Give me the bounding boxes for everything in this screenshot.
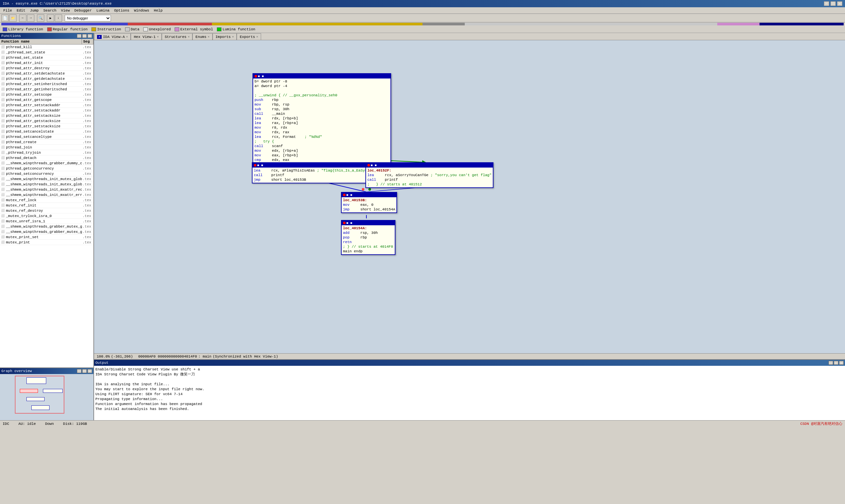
graph-overview-float-btn[interactable]: □ bbox=[82, 369, 87, 373]
func-seg: .tex bbox=[82, 114, 93, 118]
graph-zoom: 100.0% bbox=[97, 355, 110, 359]
function-row[interactable]: ⬜mutex_unref_isra_1.tex bbox=[0, 219, 93, 224]
function-row[interactable]: ⬜mutex_print_set.tex bbox=[0, 235, 93, 240]
function-row[interactable]: ⬜pthread_attr_setinheritsched.tex bbox=[0, 82, 93, 87]
function-row[interactable]: ⬜pthread_setcanceltype.tex bbox=[0, 134, 93, 140]
function-row[interactable]: ⬜__shmem_winpthreads_init_mxattr_errorch… bbox=[0, 192, 93, 198]
function-row[interactable]: ⬜pthread_attr_getstacksize.tex bbox=[0, 119, 93, 124]
function-row[interactable]: ⬜pthread_setcancelstate.tex bbox=[0, 129, 93, 134]
tab-hex-view[interactable]: Hex View-1 ✕ bbox=[131, 33, 161, 40]
function-row[interactable]: ⬜pthread_attr_getdetachstate.tex bbox=[0, 76, 93, 82]
output-minimize-btn[interactable]: _ bbox=[828, 361, 833, 365]
tab-imports[interactable]: Imports ✕ bbox=[213, 33, 237, 40]
progress-regular bbox=[128, 23, 212, 25]
close-button[interactable]: ✕ bbox=[837, 1, 842, 6]
toolbar-new[interactable]: 📄 bbox=[1, 15, 8, 22]
function-row[interactable]: ⬜pthread_attr_setstackaddr.tex bbox=[0, 103, 93, 108]
menu-options[interactable]: Options bbox=[112, 8, 131, 13]
function-row[interactable]: ⬜__shmem_winpthreads_grabber_mutex_globa… bbox=[0, 229, 93, 235]
function-row[interactable]: ⬜pthread_attr_getscope.tex bbox=[0, 97, 93, 103]
function-row[interactable]: ⬜pthread_attr_init.tex bbox=[0, 60, 93, 66]
tab-imports-close[interactable]: ✕ bbox=[232, 35, 234, 39]
toolbar-forward[interactable]: → bbox=[27, 15, 34, 22]
function-row[interactable]: ⬜mutex_ref_lock.tex bbox=[0, 198, 93, 203]
func-seg: .tex bbox=[82, 151, 93, 155]
function-row[interactable]: ⬜__shmem_winpthreads_init_mxattr_recursi… bbox=[0, 187, 93, 192]
function-row[interactable]: ⬜pthread_attr_getinheritsched.tex bbox=[0, 87, 93, 92]
graph-overview-minimize-btn[interactable]: _ bbox=[77, 369, 82, 373]
function-row[interactable]: ⬜pthread_create.tex bbox=[0, 140, 93, 145]
toolbar-step[interactable]: ↓ bbox=[55, 15, 62, 22]
code-block-b[interactable]: ■ ■ loc_40153B: mov eax, 0 jmp short loc… bbox=[341, 192, 397, 213]
output-line: The initial autoanalysis has been finish… bbox=[95, 407, 844, 412]
menu-view[interactable]: View bbox=[59, 8, 72, 13]
menu-file[interactable]: File bbox=[1, 8, 14, 13]
function-row[interactable]: ⬜__shmem_winpthreads_grabber_mutex_globa… bbox=[0, 224, 93, 229]
function-row[interactable]: ⬜_pthread_set_state.tex bbox=[0, 50, 93, 55]
output-close-btn[interactable]: ✕ bbox=[839, 361, 844, 365]
tab-exports[interactable]: Exports ✕ bbox=[237, 33, 261, 40]
menu-lumina[interactable]: Lumina bbox=[94, 8, 111, 13]
function-row[interactable]: ⬜__shmem_winpthreads_init_mutex_global_s… bbox=[0, 177, 93, 182]
toolbar-search[interactable]: 🔍 bbox=[37, 15, 44, 22]
output-content[interactable]: Enable/Disable Strong Charset View use s… bbox=[94, 366, 845, 420]
ida-graph[interactable]: ■ ■ b= dword ptr -8 a= dword ptr -4 ; __… bbox=[94, 40, 845, 353]
functions-close-btn[interactable]: ✕ bbox=[87, 34, 92, 38]
function-row[interactable]: ⬜_mutex_trylock_isra_0.tex bbox=[0, 213, 93, 219]
menu-search[interactable]: Search bbox=[41, 8, 58, 13]
maximize-button[interactable]: □ bbox=[830, 1, 836, 6]
function-row[interactable]: ⬜pthread_setconcurrency.tex bbox=[0, 171, 93, 177]
function-row[interactable]: ⬜pthread_attr_setstackaddr.tex bbox=[0, 108, 93, 113]
code-block-main[interactable]: ■ ■ b= dword ptr -8 a= dword ptr -4 ; __… bbox=[252, 73, 391, 168]
tab-exports-close[interactable]: ✕ bbox=[257, 35, 258, 39]
func-name: pthread_setconcurrency bbox=[5, 172, 82, 176]
code-block-sorry[interactable]: ■ ■ loc_40152F: lea rcx, aSorryYouCanTGe… bbox=[365, 162, 493, 188]
tab-ida-close[interactable]: ✕ bbox=[126, 35, 128, 39]
function-row[interactable]: ⬜pthread_kill.tex bbox=[0, 44, 93, 50]
function-row[interactable]: ⬜pthread_attr_setstacksize.tex bbox=[0, 113, 93, 119]
tab-enums[interactable]: Enums ✕ bbox=[192, 33, 212, 40]
menu-help[interactable]: Help bbox=[152, 8, 164, 13]
tab-ida-view[interactable]: A IDA View-A ✕ bbox=[94, 33, 131, 40]
func-name: pthread_attr_getdetachstate bbox=[5, 77, 82, 81]
function-row[interactable]: ⬜__shmem_winpthreads_init_mutex_global_s… bbox=[0, 182, 93, 187]
function-row[interactable]: ⬜pthread_attr_setscope.tex bbox=[0, 92, 93, 97]
function-row[interactable]: ⬜pthread_attr_setstacksize.tex bbox=[0, 124, 93, 129]
functions-minimize-btn[interactable]: _ bbox=[77, 34, 82, 38]
toolbar-open[interactable]: 📁 bbox=[9, 15, 17, 22]
function-row[interactable]: ⬜mutex_ref_destroy.tex bbox=[0, 208, 93, 213]
func-seg: .tex bbox=[82, 193, 93, 197]
tab-enum-close[interactable]: ✕ bbox=[208, 35, 209, 39]
menu-windows[interactable]: Windows bbox=[132, 8, 151, 13]
header-icon bbox=[367, 164, 370, 166]
function-row[interactable]: ⬜__shmem_winpthreads_grabber_dummy_concu… bbox=[0, 161, 93, 166]
function-row[interactable]: ⬜mutex_print.tex bbox=[0, 240, 93, 245]
function-row[interactable]: ⬜pthread_join.tex bbox=[0, 145, 93, 150]
function-row[interactable]: ⬜pthread_detach.tex bbox=[0, 155, 93, 161]
code-block-flag[interactable]: ■ ■ lea rcx, aFlagThisIsAEas ; "flag{thi… bbox=[252, 162, 377, 183]
function-row[interactable]: ⬜pthread_set_state.tex bbox=[0, 55, 93, 60]
debugger-select[interactable]: No debugger bbox=[65, 15, 111, 21]
function-row[interactable]: ⬜pthread_attr_destroy.tex bbox=[0, 66, 93, 71]
minimize-button[interactable]: — bbox=[824, 1, 829, 6]
function-row[interactable]: ⬜_pthread_tryjoin.tex bbox=[0, 150, 93, 155]
tab-structures[interactable]: Structures ✕ bbox=[162, 33, 192, 40]
output-line: Propagating type information... bbox=[95, 397, 844, 402]
tab-hex-close[interactable]: ✕ bbox=[157, 35, 158, 39]
menu-edit[interactable]: Edit bbox=[15, 8, 27, 13]
graph-overview-close-btn[interactable]: ✕ bbox=[87, 369, 92, 373]
tab-struct-close[interactable]: ✕ bbox=[188, 35, 190, 39]
function-row[interactable]: ⬜mutex_ref_init.tex bbox=[0, 203, 93, 208]
menu-jump[interactable]: Jump bbox=[28, 8, 40, 13]
function-row[interactable]: ⬜pthread_attr_setdetachstate.tex bbox=[0, 71, 93, 76]
code-block-c[interactable]: ■ ■ loc_40154A: add rsp, 30h pop rbp ret… bbox=[341, 220, 395, 255]
menu-debugger[interactable]: Debugger bbox=[72, 8, 94, 13]
toolbar-run[interactable]: ▶ bbox=[47, 15, 54, 22]
output-line: IDA Strong Charset Code View Plugin By 微… bbox=[95, 372, 844, 377]
toolbar-back[interactable]: ← bbox=[19, 15, 27, 22]
output-float-btn[interactable]: □ bbox=[834, 361, 839, 365]
functions-list[interactable]: ⬜pthread_kill.tex⬜_pthread_set_state.tex… bbox=[0, 44, 93, 414]
function-row[interactable]: ⬜pthread_getconcurrency.tex bbox=[0, 166, 93, 171]
functions-float-btn[interactable]: □ bbox=[82, 34, 87, 38]
func-icon: ⬜ bbox=[0, 166, 5, 171]
